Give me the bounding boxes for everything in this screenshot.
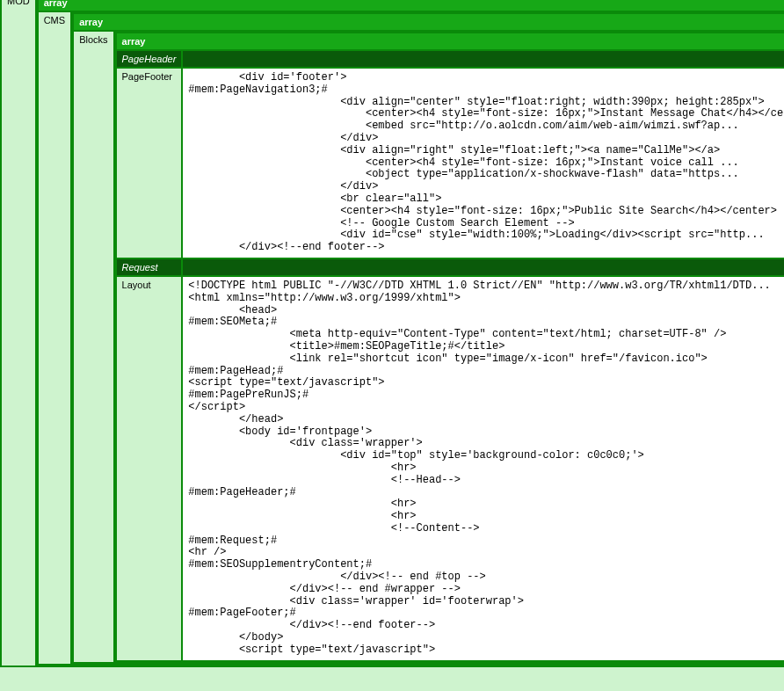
key-pageheader[interactable]: PageHeader xyxy=(116,50,183,68)
key-layout[interactable]: Layout xyxy=(116,276,183,661)
key-blocks[interactable]: Blocks xyxy=(73,31,113,663)
code-layout: <!DOCTYPE html PUBLIC "-//W3C//DTD XHTML… xyxy=(183,277,784,660)
type-header-array-2: array xyxy=(73,13,784,31)
type-header-array-1: array xyxy=(38,0,784,11)
key-pagefooter[interactable]: PageFooter xyxy=(116,68,183,258)
dump-root: MOD array CMS array xyxy=(0,0,784,667)
code-pagefooter: <div id='footer'> #mem:PageNavigation3;#… xyxy=(183,69,784,258)
val-pageheader-collapsed[interactable] xyxy=(182,50,784,68)
key-mod[interactable]: MOD xyxy=(1,0,36,666)
key-request[interactable]: Request xyxy=(116,258,183,276)
type-header-array-3: array xyxy=(116,33,784,50)
key-cms[interactable]: CMS xyxy=(38,11,71,665)
dump-mod: array CMS array Blocks xyxy=(37,0,784,666)
dump-cms: array Blocks array xyxy=(72,12,784,664)
val-request-collapsed[interactable] xyxy=(182,258,784,276)
dump-blocks: array PageHeader PageF xyxy=(115,32,784,662)
